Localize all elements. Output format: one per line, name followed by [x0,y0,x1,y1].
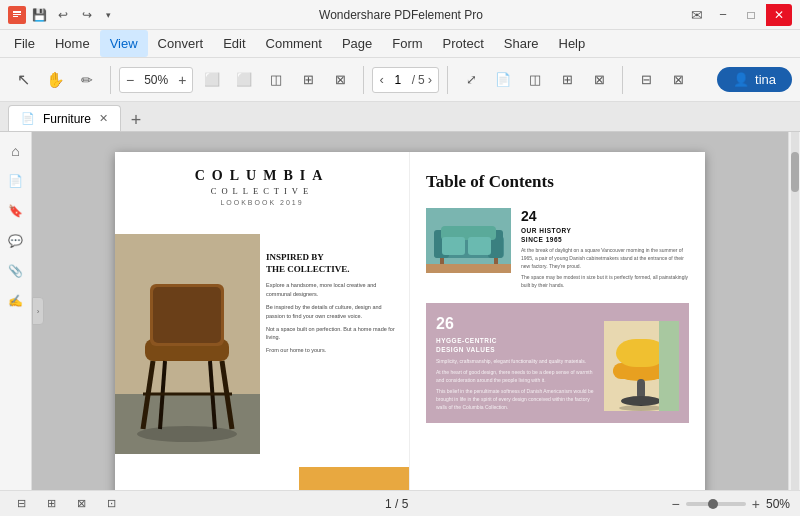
document-canvas[interactable]: COLUMBIA COLLECTIVE LOOKBOOK 2019 [32,132,788,490]
menu-protect[interactable]: Protect [433,30,494,57]
menu-edit[interactable]: Edit [213,30,255,57]
lookbook-label: LOOKBOOK 2019 [125,199,399,206]
toc-heading-1: OUR HISTORYSINCE 1965 [521,226,689,244]
new-tab-button[interactable]: + [125,109,147,131]
panel-view-2[interactable]: ⊠ [663,65,693,95]
extra-view-group: ⊟ ⊠ [631,65,693,95]
pdf-spread: COLUMBIA COLLECTIVE LOOKBOOK 2019 [115,152,705,490]
menu-home[interactable]: Home [45,30,100,57]
panel-view-1[interactable]: ⊟ [631,65,661,95]
panel-expand-handle[interactable]: › [32,297,44,325]
inspired-p1: Explore a handsome, more local creative … [266,281,401,299]
toc-body-2c: This belief in the penultimate softness … [436,387,596,411]
separator-3 [447,66,448,94]
page-status: 1 / 5 [385,497,408,511]
status-bar: ⊟ ⊞ ⊠ ⊡ 1 / 5 − + 50% [0,490,800,516]
pdf-page-left: COLUMBIA COLLECTIVE LOOKBOOK 2019 [115,152,410,490]
qa-dropdown[interactable]: ▾ [100,4,116,26]
compare-view[interactable]: ⊠ [325,65,355,95]
toc-num-1: 24 [521,208,689,224]
maximize-button[interactable]: □ [738,4,764,26]
separator-2 [363,66,364,94]
single-page-view[interactable]: ⬜ [197,65,227,95]
menu-form[interactable]: Form [382,30,432,57]
toc-item-1: 24 OUR HISTORYSINCE 1965 At the break of… [426,208,689,289]
menu-file[interactable]: File [4,30,45,57]
minimize-button[interactable]: − [710,4,736,26]
toc-title: Table of Contents [426,172,689,192]
scrollbar-thumb[interactable] [791,152,799,192]
notification-icon[interactable]: ✉ [686,4,708,26]
thumbnail-view-button[interactable]: ⊞ [552,65,582,95]
menu-convert[interactable]: Convert [148,30,214,57]
zoom-control: − 50% + [119,67,193,93]
svg-point-28 [619,405,663,411]
redo-button[interactable]: ↪ [76,4,98,26]
grid-view-button[interactable]: ⊠ [584,65,614,95]
document-tab[interactable]: 📄 Furniture ✕ [8,105,121,131]
toc-text-2: 26 HYGGE-CENTRICDESIGN VALUES Simplicity… [436,315,596,411]
zoom-slider[interactable] [686,502,746,506]
attachment-sidebar-btn[interactable]: 📎 [3,258,29,284]
undo-button[interactable]: ↩ [52,4,74,26]
fit-window-button[interactable]: ⤢ [456,65,486,95]
tab-bar: 📄 Furniture ✕ + [0,102,800,132]
svg-point-27 [621,396,661,406]
selection-tools: ↖ ✋ ✏ [8,65,102,95]
title-bar: 💾 ↩ ↪ ▾ Wondershare PDFelement Pro ✉ − □… [0,0,800,30]
menu-comment[interactable]: Comment [256,30,332,57]
cursor-tool[interactable]: ↖ [8,65,38,95]
profile-name: tina [755,72,776,87]
page-title-section: COLUMBIA COLLECTIVE LOOKBOOK 2019 [115,152,409,212]
inspired-text-section: INSPIRED BYTHE COLLECTIVE. Explore a han… [266,252,401,355]
svg-rect-25 [616,339,666,367]
status-zoom-in[interactable]: + [752,496,760,512]
menu-bar: File Home View Convert Edit Comment Page… [0,30,800,58]
comment-sidebar-btn[interactable]: 💬 [3,228,29,254]
prev-page-button[interactable]: ‹ [379,72,383,87]
spread-view-button[interactable]: ◫ [520,65,550,95]
pencil-tool[interactable]: ✏ [72,65,102,95]
status-center: 1 / 5 [385,497,408,511]
status-view-btn-3[interactable]: ⊠ [70,494,92,514]
inspired-heading: INSPIRED BYTHE COLLECTIVE. [266,252,401,275]
status-view-btn-1[interactable]: ⊟ [10,494,32,514]
page-number-input[interactable] [387,73,409,87]
save-button[interactable]: 💾 [28,4,50,26]
home-sidebar-btn[interactable]: ⌂ [3,138,29,164]
close-button[interactable]: ✕ [766,4,792,26]
tab-close-button[interactable]: ✕ [99,112,108,125]
toc-image-2 [604,321,679,411]
hand-tool[interactable]: ✋ [40,65,70,95]
svg-rect-29 [659,321,679,411]
two-page-view[interactable]: ◫ [261,65,291,95]
page-separator: / [412,73,415,87]
status-view-btn-2[interactable]: ⊞ [40,494,62,514]
menu-view[interactable]: View [100,30,148,57]
status-zoom-value: 50% [766,497,790,511]
svg-point-11 [137,426,237,442]
split-view[interactable]: ⊞ [293,65,323,95]
zoom-out-button[interactable]: − [124,72,136,88]
svg-rect-17 [442,237,465,255]
status-view-btn-4[interactable]: ⊡ [100,494,122,514]
menu-help[interactable]: Help [549,30,596,57]
zoom-in-button[interactable]: + [176,72,188,88]
svg-rect-18 [468,237,491,255]
continuous-view[interactable]: ⬜ [229,65,259,95]
menu-share[interactable]: Share [494,30,549,57]
brand-subtitle: COLLECTIVE [125,186,399,196]
bookmark-sidebar-btn[interactable]: 🔖 [3,198,29,224]
status-right: − + 50% [672,496,790,512]
toc-body-2b: At the heart of good design, there needs… [436,368,596,384]
status-zoom-out[interactable]: − [672,496,680,512]
fit-page-button[interactable]: 📄 [488,65,518,95]
zoom-value: 50% [138,73,174,87]
next-page-button[interactable]: › [428,72,432,87]
pages-sidebar-btn[interactable]: 📄 [3,168,29,194]
vertical-scrollbar[interactable] [788,132,800,490]
menu-page[interactable]: Page [332,30,382,57]
pdf-page-right: Table of Contents [410,152,705,490]
signature-sidebar-btn[interactable]: ✍ [3,288,29,314]
profile-button[interactable]: 👤 tina [717,67,792,92]
